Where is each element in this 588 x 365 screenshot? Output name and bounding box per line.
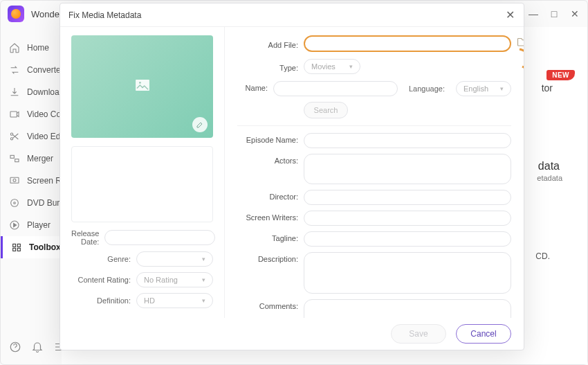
sidebar-item-home[interactable]: Home (1, 37, 62, 59)
new-badge: NEW (546, 70, 575, 80)
dialog-body: Release Date: Genre: ▾ Content Rating: N… (60, 27, 524, 318)
definition-label: Definition: (71, 296, 136, 305)
sidebar-item-label: Downloa (27, 87, 59, 97)
episode-input[interactable] (304, 133, 511, 148)
sidebar-item-video-editor[interactable]: Video Ed (1, 125, 62, 148)
sidebar-item-downloader[interactable]: Downloa (1, 81, 62, 103)
sidebar-item-video-compressor[interactable]: Video Co (1, 103, 62, 125)
rating-select[interactable]: No Rating▾ (136, 272, 213, 287)
genre-label: Genre: (71, 255, 136, 263)
sidebar-item-label: DVD Bur (27, 198, 59, 208)
sidebar-item-screen-recorder[interactable]: Screen R (1, 170, 62, 192)
sidebar-item-merger[interactable]: Merger (1, 148, 62, 170)
description-label: Description: (225, 252, 304, 263)
sidebar: Home Converte Downloa Video Co Video Ed … (1, 27, 62, 364)
sidebar-item-label: Converte (27, 65, 61, 75)
svg-point-6 (13, 179, 16, 181)
sidebar-item-dvd-burner[interactable]: DVD Bur (1, 192, 62, 214)
thumbnail-placeholder (71, 35, 213, 138)
window-controls: — □ ✕ (528, 8, 580, 19)
tagline-input[interactable] (304, 231, 511, 247)
sidebar-item-label: Toolbox (29, 242, 61, 252)
cancel-button[interactable]: Cancel (456, 324, 511, 344)
record-icon (9, 175, 20, 186)
dialog-right-pane: Add File: Type: Movies▾ Name: Language: … (225, 27, 524, 318)
director-input[interactable] (304, 190, 511, 205)
genre-select[interactable]: ▾ (136, 251, 213, 267)
type-label: Type: (225, 61, 304, 72)
svg-rect-13 (17, 248, 20, 251)
bg-peek-text: CD. (535, 251, 550, 261)
svg-point-7 (11, 199, 19, 207)
svg-rect-11 (17, 244, 20, 247)
edit-thumbnail-button[interactable] (192, 117, 208, 132)
sidebar-item-converter[interactable]: Converte (1, 59, 62, 81)
video-icon (9, 109, 20, 120)
download-icon (9, 87, 20, 98)
sidebar-item-label: Home (27, 43, 49, 53)
bell-icon[interactable] (31, 341, 44, 356)
save-button[interactable]: Save (391, 324, 446, 344)
release-date-input[interactable] (104, 230, 215, 245)
divider (237, 125, 511, 126)
app-logo-icon (8, 6, 24, 22)
sidebar-item-label: Merger (27, 154, 53, 163)
minimize-button[interactable]: — (528, 8, 539, 19)
writers-input[interactable] (304, 211, 511, 226)
add-file-input[interactable] (304, 35, 511, 52)
director-label: Director: (225, 190, 304, 201)
chevron-down-icon: ▾ (202, 276, 205, 283)
app-title: Wonder (31, 9, 62, 19)
convert-icon (9, 64, 20, 75)
home-icon (9, 42, 20, 53)
svg-rect-3 (10, 155, 14, 158)
chevron-down-icon: ▾ (202, 297, 205, 304)
chevron-down-icon: ▾ (349, 63, 353, 70)
rating-label: Content Rating: (71, 276, 136, 284)
actors-label: Actors: (225, 154, 304, 165)
close-button[interactable]: ✕ (569, 8, 580, 19)
merge-icon (9, 153, 20, 164)
sidebar-item-toolbox[interactable]: Toolbox (1, 236, 62, 258)
description-input[interactable] (304, 252, 511, 294)
comments-input[interactable] (304, 299, 511, 318)
dialog-titlebar: Fix Media Metadata ✕ (60, 3, 524, 27)
svg-rect-0 (10, 112, 17, 117)
footer-icons (9, 341, 66, 356)
dialog-left-pane: Release Date: Genre: ▾ Content Rating: N… (60, 27, 225, 318)
add-file-label: Add File: (225, 38, 304, 49)
name-input[interactable] (273, 81, 398, 96)
svg-rect-12 (13, 248, 16, 251)
disc-icon (9, 197, 20, 208)
name-label: Name: (225, 81, 273, 92)
release-date-label: Release Date: (71, 229, 104, 246)
toolbox-icon (11, 242, 22, 253)
svg-point-16 (139, 82, 141, 84)
sidebar-item-label: Screen R (27, 176, 62, 186)
svg-point-8 (14, 202, 16, 204)
results-list (71, 146, 213, 222)
episode-label: Episode Name: (225, 133, 304, 144)
comments-label: Comments: (225, 299, 304, 310)
chevron-down-icon: ▾ (202, 256, 205, 262)
annotation-arrow-icon (517, 48, 524, 73)
sidebar-item-label: Player (27, 220, 50, 230)
search-button[interactable]: Search (304, 102, 348, 118)
bg-peek-text: data (538, 160, 560, 172)
tagline-label: Tagline: (225, 231, 304, 242)
image-placeholder-icon (135, 79, 150, 94)
help-icon[interactable] (9, 341, 21, 356)
bg-peek-text: etadata (537, 174, 562, 182)
dialog-footer: Save Cancel (60, 318, 524, 350)
bg-peek-text: tor (542, 82, 553, 94)
definition-select[interactable]: HD▾ (136, 293, 213, 308)
left-meta-form: Release Date: Genre: ▾ Content Rating: N… (71, 229, 213, 314)
scissors-icon (9, 131, 20, 142)
language-select[interactable]: English▾ (456, 81, 511, 96)
sidebar-item-player[interactable]: Player (1, 214, 62, 236)
maximize-button[interactable]: □ (549, 8, 560, 19)
dialog-close-button[interactable]: ✕ (504, 10, 515, 21)
type-select[interactable]: Movies▾ (304, 59, 360, 74)
actors-input[interactable] (304, 154, 511, 184)
svg-rect-10 (13, 244, 16, 247)
